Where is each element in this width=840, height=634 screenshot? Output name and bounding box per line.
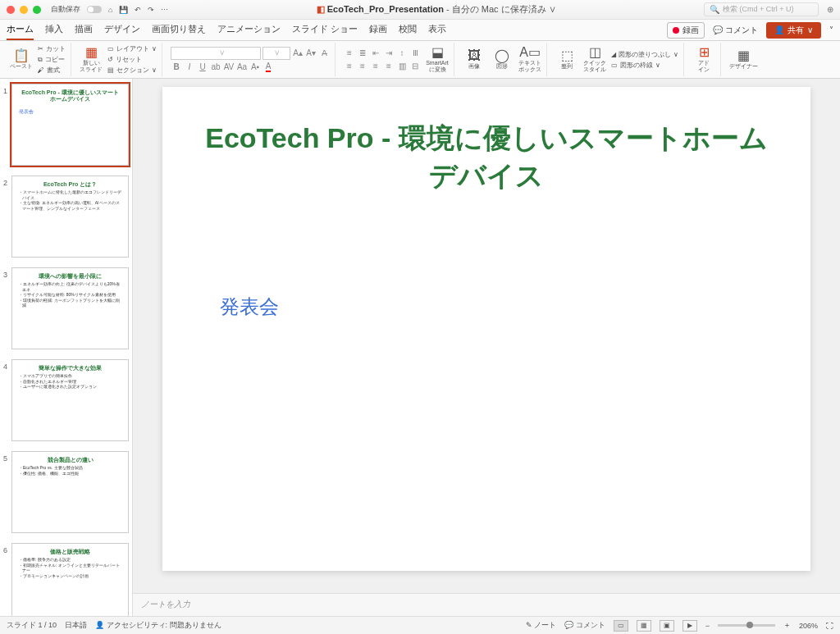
picture-button[interactable]: 🖼画像 xyxy=(463,49,486,70)
bold-button[interactable]: B xyxy=(171,62,182,73)
strike-button[interactable]: ab xyxy=(210,62,221,73)
tab-view[interactable]: 表示 xyxy=(428,20,446,40)
indent-inc-button[interactable]: ⇥ xyxy=(383,48,395,59)
line-spacing-button[interactable]: ↕ xyxy=(396,48,408,59)
reset-button[interactable]: ↺ リセット xyxy=(107,55,157,64)
home-icon[interactable]: ⌂ xyxy=(108,6,112,14)
redo-icon[interactable]: ↷ xyxy=(148,6,154,14)
columns-button[interactable]: ▥ xyxy=(396,61,408,72)
view-slideshow-button[interactable]: ▶ xyxy=(682,620,697,632)
format-painter-button[interactable]: 🖌 書式 xyxy=(38,66,66,75)
paragraph-group: ≡ ≣ ⇤ ⇥ ↕ Ⅲ ≡ ≡ ≡ ≡ ▥ ⊟ ⬓SmartArt に変換 xyxy=(339,43,454,76)
spacing-button[interactable]: Aa xyxy=(236,62,248,73)
cut-button[interactable]: ✂ カット xyxy=(38,44,66,53)
quickstyle-button[interactable]: ◫クイック スタイル xyxy=(583,46,606,72)
text-direction-button[interactable]: Ⅲ xyxy=(409,48,421,59)
align-center-button[interactable]: ≡ xyxy=(357,61,368,72)
slide-counter[interactable]: スライド 1 / 10 xyxy=(7,620,57,631)
align-left-button[interactable]: ≡ xyxy=(344,61,355,72)
align-text-button[interactable]: ⊟ xyxy=(409,61,421,72)
font-color-button[interactable]: A xyxy=(262,62,274,73)
slide-canvas-area[interactable]: EcoTech Pro - 環境に優しいスマートホームデバイス 発表会 xyxy=(133,79,840,593)
shapes-icon: ◯ xyxy=(495,49,509,62)
shape-fill-button[interactable]: ◢ 図形の塗りつぶし ∨ xyxy=(611,50,678,59)
shape-outline-button[interactable]: ▭ 図形の枠線 ∨ xyxy=(611,61,678,70)
zoom-in-button[interactable]: ＋ xyxy=(783,620,791,631)
tab-insert[interactable]: 挿入 xyxy=(45,20,63,40)
record-button[interactable]: 録画 xyxy=(667,22,705,39)
slide-thumb-5[interactable]: 競合製品との違いEcoTech Pro vs. 主要な競合製品優位性: 価格、機… xyxy=(11,451,129,533)
fit-window-button[interactable]: ⛶ xyxy=(826,622,833,630)
zoom-out-button[interactable]: − xyxy=(705,622,710,630)
font-size-select[interactable]: ∨ xyxy=(262,47,290,60)
zoom-slider[interactable] xyxy=(718,624,775,627)
share-button[interactable]: 👤共有 ∨ xyxy=(766,22,821,39)
tab-animations[interactable]: アニメーション xyxy=(217,20,281,40)
search-input[interactable]: 🔍 検索 (Cmd + Ctrl + U) xyxy=(704,2,819,16)
save-icon[interactable]: 💾 xyxy=(119,6,128,14)
collapse-ribbon-icon[interactable]: ˅ xyxy=(829,25,833,34)
tab-record[interactable]: 録画 xyxy=(369,20,387,40)
indent-dec-button[interactable]: ⇤ xyxy=(370,48,381,59)
font-family-select[interactable]: ∨ xyxy=(171,47,261,60)
slide-thumb-1[interactable]: EcoTech Pro - 環境に優しいスマートホームデバイス発表会 xyxy=(11,84,129,166)
paste-button[interactable]: 📋ペースト xyxy=(10,49,33,70)
slide-thumb-4[interactable]: 簡単な操作で大きな効果スマホアプリでの簡単操作自動化されたエネルギー管理ユーザー… xyxy=(11,359,129,441)
tab-slideshow[interactable]: スライド ショー xyxy=(292,20,358,40)
filename[interactable]: EcoTech_Pro_Presentation xyxy=(327,4,444,14)
slide-thumb-3[interactable]: 環境への影響を最小限にエネルギー効率の向上: 従来のデバイスよりも20%省エネリ… xyxy=(11,267,129,349)
section-button[interactable]: ▤ セクション ∨ xyxy=(107,66,157,75)
slide-title[interactable]: EcoTech Pro - 環境に優しいスマートホームデバイス xyxy=(203,120,769,195)
slide-thumb-2[interactable]: EcoTech Pro とは？スマートホームに特化した最新のエコフレンドリーデバ… xyxy=(11,176,129,258)
comments-toggle[interactable]: 💬 コメント xyxy=(564,620,605,631)
arrange-button[interactable]: ⬚整列 xyxy=(555,49,578,70)
zoom-icon[interactable] xyxy=(33,6,41,14)
language-button[interactable]: 日本語 xyxy=(65,620,87,631)
zoom-level[interactable]: 206% xyxy=(799,622,818,630)
accessibility-button[interactable]: 👤 アクセシビリティ: 問題ありません xyxy=(95,620,221,631)
view-reading-button[interactable]: ▣ xyxy=(660,620,674,632)
slide-canvas[interactable]: EcoTech Pro - 環境に優しいスマートホームデバイス 発表会 xyxy=(162,87,810,571)
close-icon[interactable] xyxy=(7,6,15,14)
slide-subtitle[interactable]: 発表会 xyxy=(220,294,769,320)
designer-button[interactable]: ▦デザイナー xyxy=(729,49,758,70)
tab-transitions[interactable]: 画面切り替え xyxy=(152,20,206,40)
layout-button[interactable]: ▭ レイアウト ∨ xyxy=(107,44,157,53)
grow-font-button[interactable]: A▴ xyxy=(292,48,304,59)
copy-button[interactable]: ⧉ コピー xyxy=(38,55,66,64)
justify-button[interactable]: ≡ xyxy=(383,61,395,72)
minimize-icon[interactable] xyxy=(20,6,28,14)
notes-toggle[interactable]: ✎ ノート xyxy=(526,620,557,631)
smartart-button[interactable]: ⬓SmartArt に変換 xyxy=(426,46,449,72)
more-icon[interactable]: ⋯ xyxy=(161,6,168,14)
highlight-button[interactable]: A▪ xyxy=(249,62,261,73)
overflow-icon[interactable]: ⊕ xyxy=(827,5,833,14)
comments-button[interactable]: 💬 コメント xyxy=(713,25,758,36)
thumb-bullet: 環境負荷の軽減: カーボンフットプリントを大幅に削減 xyxy=(19,298,121,308)
clear-format-button[interactable]: A̶ xyxy=(318,48,330,59)
italic-button[interactable]: I xyxy=(184,62,195,73)
tab-draw[interactable]: 描画 xyxy=(75,20,93,40)
textbox-button[interactable]: A▭テキスト ボックス xyxy=(518,46,541,72)
notes-pane[interactable]: ノートを入力 xyxy=(133,593,840,616)
undo-icon[interactable]: ↶ xyxy=(135,6,141,14)
addins-button[interactable]: ⊞アド イン xyxy=(692,46,715,72)
thumb-bullet: リサイクル可能な材料: 80%リサイクル素材を使用 xyxy=(19,292,121,298)
tab-design[interactable]: デザイン xyxy=(104,20,140,40)
numbering-button[interactable]: ≣ xyxy=(357,48,368,59)
shadow-button[interactable]: AV xyxy=(223,62,235,73)
slide-thumb-6[interactable]: 価格と販売戦略価格帯: 競争力のある設定初期販売チャネル: オンラインと主要リテ… xyxy=(11,543,129,616)
bullets-button[interactable]: ≡ xyxy=(344,48,355,59)
new-slide-button[interactable]: ▦新しい スライド xyxy=(80,46,103,72)
thumb-bullet: 優位性: 価格、機能、エコ性能 xyxy=(19,471,121,477)
view-normal-button[interactable]: ▭ xyxy=(614,620,628,632)
autosave-toggle[interactable] xyxy=(87,6,102,13)
underline-button[interactable]: U xyxy=(197,62,208,73)
view-sorter-button[interactable]: ▦ xyxy=(637,620,651,632)
slide-thumbnails[interactable]: 1EcoTech Pro - 環境に優しいスマートホームデバイス発表会2EcoT… xyxy=(0,79,133,616)
align-right-button[interactable]: ≡ xyxy=(370,61,381,72)
shapes-button[interactable]: ◯図形 xyxy=(491,49,514,70)
tab-review[interactable]: 校閲 xyxy=(399,20,417,40)
tab-home[interactable]: ホーム xyxy=(7,20,34,40)
shrink-font-button[interactable]: A▾ xyxy=(305,48,317,59)
